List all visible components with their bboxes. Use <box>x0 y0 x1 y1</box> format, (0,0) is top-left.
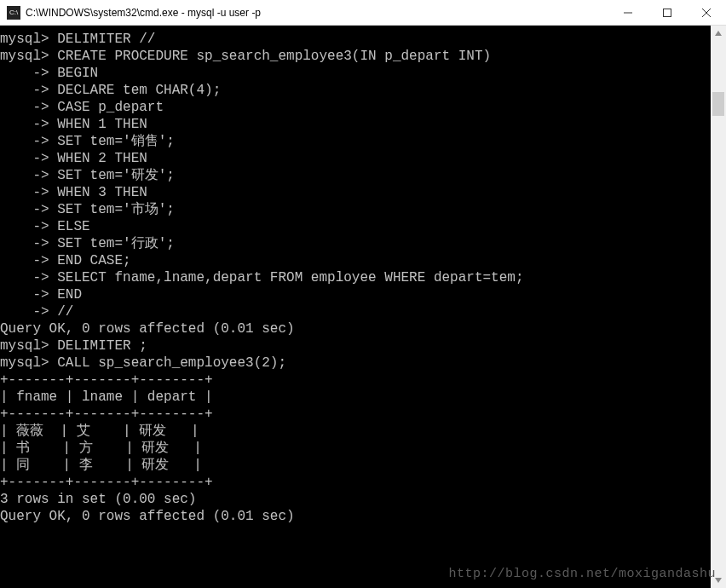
terminal-line: | 同 | 李 | 研发 | <box>0 457 711 474</box>
terminal-line: -> WHEN 3 THEN <box>0 184 711 201</box>
terminal-line: -> END <box>0 286 711 303</box>
scroll-up-button[interactable] <box>711 26 726 41</box>
terminal-line: Query OK, 0 rows affected (0.01 sec) <box>0 508 711 525</box>
vertical-scrollbar[interactable] <box>711 26 726 588</box>
svg-rect-1 <box>664 9 671 16</box>
terminal-line: 3 rows in set (0.00 sec) <box>0 491 711 508</box>
window-titlebar: C:\ C:\WINDOWS\system32\cmd.exe - mysql … <box>0 0 726 26</box>
terminal-line: Query OK, 0 rows affected (0.01 sec) <box>0 320 711 337</box>
chevron-down-icon <box>715 577 722 584</box>
svg-marker-5 <box>715 578 722 583</box>
terminal-line: | 薇薇 | 艾 | 研发 | <box>0 423 711 440</box>
terminal-line: +-------+-------+--------+ <box>0 406 711 423</box>
terminal-line: -> END CASE; <box>0 252 711 269</box>
terminal-line: -> SET tem='销售'; <box>0 133 711 150</box>
scroll-down-button[interactable] <box>711 573 726 588</box>
terminal-line: mysql> CALL sp_search_employee3(2); <box>0 355 711 372</box>
scrollbar-track[interactable] <box>711 41 726 573</box>
terminal-line: -> DECLARE tem CHAR(4); <box>0 82 711 99</box>
terminal-line: -> ELSE <box>0 218 711 235</box>
terminal-line: | 书 | 方 | 研发 | <box>0 440 711 457</box>
terminal-line: +-------+-------+--------+ <box>0 474 711 491</box>
terminal-line: -> SET tem='市场'; <box>0 201 711 218</box>
terminal-line: mysql> DELIMITER ; <box>0 337 711 355</box>
window-controls <box>608 0 726 26</box>
terminal-line: -> SET tem='行政'; <box>0 235 711 252</box>
terminal-output[interactable]: mysql> DELIMITER //mysql> CREATE PROCEDU… <box>0 26 711 588</box>
minimize-button[interactable] <box>608 0 648 26</box>
svg-marker-4 <box>715 31 722 36</box>
scrollbar-thumb[interactable] <box>712 92 724 116</box>
terminal-line: -> // <box>0 303 711 320</box>
close-button[interactable] <box>687 0 726 26</box>
cmd-icon: C:\ <box>7 6 20 20</box>
close-icon <box>702 9 711 17</box>
maximize-button[interactable] <box>648 0 687 26</box>
chevron-up-icon <box>715 30 722 37</box>
terminal-area: mysql> DELIMITER //mysql> CREATE PROCEDU… <box>0 26 726 588</box>
terminal-line: mysql> DELIMITER // <box>0 31 711 48</box>
terminal-line: | fname | lname | depart | <box>0 389 711 406</box>
terminal-line: -> CASE p_depart <box>0 99 711 116</box>
terminal-line: -> SET tem='研发'; <box>0 167 711 184</box>
terminal-line: -> WHEN 2 THEN <box>0 150 711 167</box>
terminal-line: -> BEGIN <box>0 65 711 82</box>
terminal-line: -> WHEN 1 THEN <box>0 116 711 133</box>
terminal-line: +-------+-------+--------+ <box>0 372 711 389</box>
terminal-line: -> SELECT fname,lname,depart FROM employ… <box>0 269 711 286</box>
terminal-line: mysql> CREATE PROCEDURE sp_search_employ… <box>0 48 711 65</box>
window-title: C:\WINDOWS\system32\cmd.exe - mysql -u u… <box>26 7 608 19</box>
minimize-icon <box>624 9 632 17</box>
maximize-icon <box>663 9 671 17</box>
